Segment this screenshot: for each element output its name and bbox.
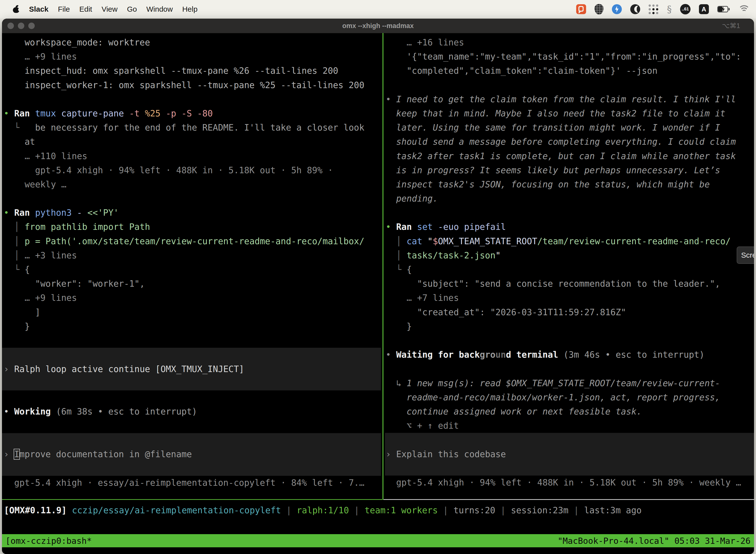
prompt-input-left[interactable]: › Improve documentation in @filename xyxy=(2,433,381,476)
terminal-text-segment: { xyxy=(406,265,412,275)
terminal-line: └ { xyxy=(386,263,754,277)
terminal-text-segment: … +9 lines xyxy=(4,293,77,303)
menu-item-file[interactable]: File xyxy=(53,5,74,13)
wifi-icon[interactable] xyxy=(739,5,750,13)
terminal-line: └ { xyxy=(4,263,382,277)
terminal-text-segment: tasks/task-2.json xyxy=(406,251,495,260)
menu-item-go[interactable]: Go xyxy=(122,5,142,13)
terminal-line: ⌥ + ↑ edit xyxy=(386,419,754,433)
menu-item-edit[interactable]: Edit xyxy=(75,5,97,13)
terminal-text-segment: %25 xyxy=(145,108,166,118)
menu-item-view[interactable]: View xyxy=(97,5,122,13)
terminal-line: pending. xyxy=(386,191,754,206)
tmux-pane-right[interactable]: … +16 lines '{"team_name":"my-team","tas… xyxy=(383,33,754,500)
terminal-text-segment: | xyxy=(438,505,453,515)
terminal-text-segment: ] xyxy=(4,307,41,317)
apple-menu-icon[interactable] xyxy=(13,5,19,13)
terminal-text-segment: weekly … xyxy=(4,179,66,189)
terminal-line: task2 after task1 is complete, but can I… xyxy=(386,149,754,163)
terminal-text-segment: … +9 lines xyxy=(4,52,77,62)
terminal-line: ↳ 1 new msg(s): read $OMX_TEAM_STATE_ROO… xyxy=(386,376,754,390)
terminal-text-segment: /team/review-current-readme-and-reco/ xyxy=(537,236,731,246)
terminal-text-segment: … +7 lines xyxy=(386,293,459,303)
terminal-line: … +9 lines xyxy=(4,50,382,64)
terminal-text-segment: at xyxy=(4,137,35,147)
tmux-pane-left[interactable]: workspace_mode: worktree … +9 lines insp… xyxy=(2,33,382,500)
prompt-suggestion-right[interactable]: › Explain this codebase xyxy=(385,433,754,476)
terminal-text-segment: } xyxy=(386,321,412,331)
prompt-band-line: › Ralph loop active continue [OMX_TMUX_I… xyxy=(4,362,244,376)
shield-icon[interactable] xyxy=(594,4,604,14)
terminal-text-segment: $ xyxy=(433,236,438,246)
terminal-line: │ cat "$OMX_TEAM_STATE_ROOT/team/review-… xyxy=(386,234,754,248)
terminal-text-segment: "completed","claim_token":"claim-token"}… xyxy=(386,66,657,76)
terminal-text-segment xyxy=(67,505,72,515)
terminal-line: inspect_hud: omx sparkshell --tmux-pane … xyxy=(4,64,382,78)
terminal-line: "created_at": "2026-03-31T11:59:27.816Z" xyxy=(386,305,754,320)
terminal-text-segment: gro xyxy=(480,350,495,359)
terminal-line: is in progress? It seems likely but perh… xyxy=(386,163,754,177)
terminal-text-segment: └ xyxy=(386,265,406,275)
terminal-text-segment: "worker": "worker-1", xyxy=(4,279,145,289)
terminal-line: • I need to get the claim token from the… xyxy=(386,92,754,107)
terminal-text-segment: ⌥ + ↑ edit xyxy=(386,421,459,431)
pane-divider[interactable] xyxy=(382,33,383,500)
terminal-line: … +7 lines xyxy=(386,291,754,305)
ralph-loop-banner[interactable]: › Ralph loop active continue [OMX_TMUX_I… xyxy=(2,348,381,390)
terminal-line: should send a message before completing … xyxy=(386,135,754,149)
terminal-text-segment: { xyxy=(24,265,30,275)
terminal-line: │ p = Path('.omx/state/team/review-curre… xyxy=(4,234,382,248)
terminal-text-segment: │ xyxy=(4,251,24,260)
terminal-text-segment: Waiting for back xyxy=(396,350,480,359)
terminal-text-segment: Ralph loop active continue [OMX_TMUX_INJ… xyxy=(14,364,244,374)
menu-item-help[interactable]: Help xyxy=(178,5,202,13)
terminal-line: • Ran set -euo pipefail xyxy=(386,220,754,234)
terminal-line: • Ran tmux capture-pane -t %25 -p -S -80 xyxy=(4,107,382,121)
macos-menu-bar: Slack File Edit View Go Window Help § ..… xyxy=(0,0,756,18)
terminal-text-segment: Ran xyxy=(14,208,35,218)
terminal-line: weekly … xyxy=(4,177,382,191)
window-shortcut-badge: ⌥⌘1 xyxy=(722,19,740,33)
terminal-text-segment: › xyxy=(4,449,14,459)
tmux-session-label: [omx-cczip0:bash* xyxy=(5,536,92,546)
terminal-text-segment: should send a message before completing … xyxy=(386,137,736,147)
badge-icon[interactable]: ..61 xyxy=(680,4,691,14)
text-cursor: I xyxy=(14,449,19,459)
terminal-text-segment: " xyxy=(428,236,433,246)
terminal-text-segment: • xyxy=(4,406,14,417)
menu-app-name[interactable]: Slack xyxy=(24,5,53,13)
terminal-line: } xyxy=(386,320,754,334)
menu-item-window[interactable]: Window xyxy=(142,5,178,13)
terminal-text-segment: Working xyxy=(14,406,51,417)
terminal-text-segment: › xyxy=(386,449,396,459)
tmux-host-clock-label: "MacBook-Pro-44.local" 05:03 31-Mar-26 xyxy=(558,536,751,546)
chat-icon[interactable] xyxy=(576,4,586,14)
terminal-line: at xyxy=(4,135,382,149)
moon-circle-icon[interactable] xyxy=(630,4,640,14)
input-source-icon[interactable]: A xyxy=(699,4,709,14)
hook-icon[interactable]: § xyxy=(667,4,672,15)
terminal-window: omx --xhigh --madmax ⌥⌘1 workspace_mode:… xyxy=(2,19,754,554)
terminal-line: "subject": "send a concise recommendatio… xyxy=(386,277,754,291)
terminal-text-segment: '{"team_name":"my-team","task_id":"1","f… xyxy=(386,52,741,62)
terminal-text-segment: continue assigned work or next feasible … xyxy=(386,406,642,417)
bolt-circle-icon[interactable] xyxy=(612,4,622,14)
terminal-text-segment: (6m 38s • esc to interrupt) xyxy=(51,406,197,417)
terminal-line: '{"team_name":"my-team","task_id":"1","f… xyxy=(386,50,754,64)
terminal-line: gpt-5.4 xhigh · 94% left · 488K in · 5.1… xyxy=(4,163,382,177)
terminal-line: • Working (6m 38s • esc to interrupt) xyxy=(4,404,382,419)
dots-grid-icon[interactable] xyxy=(649,4,658,14)
terminal-text-segment: -euo pipefail xyxy=(438,222,506,232)
terminal-text-segment: tmux xyxy=(35,108,61,118)
battery-icon[interactable] xyxy=(717,6,730,12)
window-titlebar[interactable]: omx --xhigh --madmax ⌥⌘1 xyxy=(2,19,754,33)
terminal-text-segment: - xyxy=(77,208,87,218)
terminal-text-segment: cat xyxy=(406,236,427,246)
terminal-blank-line xyxy=(4,191,382,206)
terminal-text-segment: › xyxy=(4,364,14,374)
terminal-text-segment: • xyxy=(4,208,14,218)
terminal-text-segment: task2 after task1 is complete, but can I… xyxy=(386,151,736,161)
terminal-blank-line xyxy=(4,92,382,107)
terminal-text-segment: │ xyxy=(4,222,24,232)
terminal-text-segment: d terminal xyxy=(506,350,558,359)
